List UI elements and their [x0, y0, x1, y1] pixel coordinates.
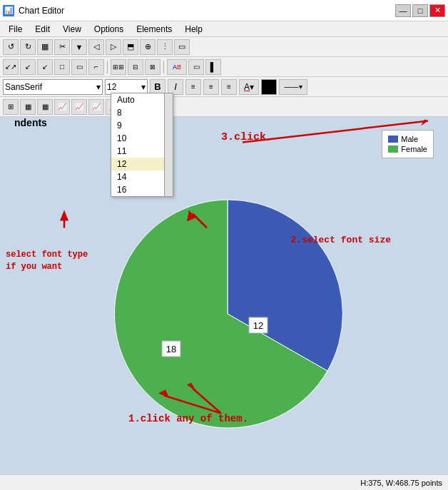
chart-type-line2[interactable]: 📈 — [71, 99, 87, 115]
svg-marker-3 — [421, 120, 428, 126]
color-swatch[interactable] — [261, 79, 277, 95]
line-style-button[interactable]: ——▾ — [279, 79, 307, 95]
toolbar1: ↺ ↻ ▦ ✂ ▼ ◁ ▷ ⬒ ⊕ ⋮ ▭ — [0, 37, 448, 57]
pie-chart[interactable]: 12 18 — [92, 178, 363, 449]
tb-grid[interactable]: ▦ — [37, 39, 53, 55]
pie-container[interactable]: 12 18 — [14, 160, 441, 467]
tb-filter[interactable]: ▼ — [71, 39, 87, 55]
chart-toolbar: ⊞ ▦ ▦ 📈 📈 📈 📈 — [0, 97, 448, 117]
tb2-sep2 — [163, 61, 164, 73]
legend-item-male: Male — [388, 135, 427, 143]
title-bar: 📊 Chart Editor — □ ✕ — [0, 0, 448, 21]
tb2-11[interactable]: ▌ — [205, 59, 221, 75]
font-size-value: 12 — [107, 82, 116, 92]
font-size-dropdown: Auto 8 9 10 11 12 14 16 — [111, 93, 173, 197]
align-left-button[interactable]: ≡ — [185, 79, 201, 95]
annotation-click3: 3.click — [221, 131, 266, 143]
chart-type-grid[interactable]: ⊞ — [3, 99, 19, 115]
status-bar: H:375, W:468.75 points — [0, 474, 448, 490]
menu-file[interactable]: File — [3, 21, 28, 36]
tb-menu2[interactable]: ⋮ — [157, 39, 173, 55]
menu-bar: File Edit View Options Elements Help — [0, 21, 448, 37]
tb2-ab[interactable]: AB — [167, 59, 187, 75]
legend-color-male — [388, 136, 398, 143]
tb-redo[interactable]: ↻ — [20, 39, 36, 55]
legend-label-male: Male — [401, 135, 418, 143]
tb2-10[interactable]: ▭ — [188, 59, 204, 75]
legend-label-female: Female — [401, 145, 427, 153]
tb2-2[interactable]: ↙ — [20, 59, 36, 75]
font-type-arrow: ▾ — [96, 82, 101, 92]
font-size-arrow: ▾ — [141, 82, 146, 92]
tb2-4[interactable]: □ — [54, 59, 70, 75]
chart-type-line[interactable]: 📈 — [54, 99, 70, 115]
chart-title: ndents — [14, 117, 47, 128]
tb-add[interactable]: ⊕ — [140, 39, 156, 55]
chart-type-bar[interactable]: ▦ — [20, 99, 36, 115]
tb2-sep1 — [107, 61, 108, 73]
font-type-value: SansSerif — [5, 82, 42, 92]
maximize-button[interactable]: □ — [412, 4, 428, 17]
toolbar2: ↙↗ ↙ ↙ □ ▭ ⌐ ⊞⊞ ⊟ ⊠ AB ▭ ▌ — [0, 57, 448, 77]
pie-label-12: 12 — [253, 320, 263, 331]
legend-item-female: Female — [388, 145, 427, 153]
menu-view[interactable]: View — [57, 21, 87, 36]
menu-elements[interactable]: Elements — [131, 21, 178, 36]
minimize-button[interactable]: — — [395, 4, 411, 17]
tb2-7[interactable]: ⊞⊞ — [111, 59, 126, 75]
tb2-8[interactable]: ⊟ — [128, 59, 143, 75]
tb-forward[interactable]: ▷ — [106, 39, 121, 55]
tb-box[interactable]: ▭ — [174, 39, 190, 55]
align-right-button[interactable]: ≡ — [221, 79, 237, 95]
tb2-3[interactable]: ↙ — [37, 59, 53, 75]
tb-split[interactable]: ⬒ — [123, 39, 138, 55]
font-color-button[interactable]: A▾ — [239, 79, 259, 95]
tb-undo[interactable]: ↺ — [3, 39, 19, 55]
app-icon: 📊 — [3, 5, 14, 16]
legend-color-female — [388, 146, 398, 153]
window-title: Chart Editor — [19, 6, 64, 16]
tb2-5[interactable]: ▭ — [71, 59, 87, 75]
menu-edit[interactable]: Edit — [29, 21, 56, 36]
tb-cut[interactable]: ✂ — [54, 39, 70, 55]
title-left: 📊 Chart Editor — [3, 5, 64, 16]
align-center-button[interactable]: ≡ — [203, 79, 219, 95]
menu-help[interactable]: Help — [179, 21, 208, 36]
main-content: ndents Male Female 12 18 — [0, 117, 448, 474]
tb2-9[interactable]: ⊠ — [145, 59, 161, 75]
font-color-label: A — [244, 82, 250, 92]
menu-options[interactable]: Options — [88, 21, 129, 36]
tb-back[interactable]: ◁ — [88, 39, 104, 55]
chart-legend: Male Female — [382, 130, 434, 158]
window-controls: — □ ✕ — [395, 4, 445, 17]
status-text: H:375, W:468.75 points — [360, 479, 442, 487]
chart-type-bar2[interactable]: ▦ — [37, 99, 53, 115]
chart-type-area[interactable]: 📈 — [88, 99, 104, 115]
font-type-select[interactable]: SansSerif ▾ — [3, 79, 103, 95]
fs-scrollbar[interactable] — [164, 93, 173, 196]
close-button[interactable]: ✕ — [429, 4, 445, 17]
tb2-1[interactable]: ↙↗ — [3, 59, 19, 75]
tb2-6[interactable]: ⌐ — [88, 59, 104, 75]
pie-label-18: 18 — [166, 344, 176, 354]
font-toolbar: SansSerif ▾ 12 ▾ Auto 8 9 10 11 12 14 16… — [0, 77, 448, 97]
